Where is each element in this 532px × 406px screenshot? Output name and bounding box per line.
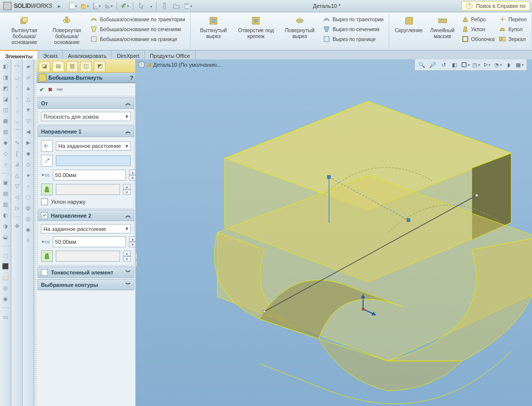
rebuild-icon[interactable] <box>161 2 168 10</box>
vt2-icon[interactable]: ◟ <box>13 117 21 125</box>
vt-icon[interactable]: ⬜ <box>1 273 9 281</box>
vt3-icon[interactable]: ▶ <box>24 138 32 146</box>
vt3-icon[interactable]: ▽ <box>24 117 32 125</box>
flyout-tree[interactable]: + ◪ Деталь10 (По умолчанию... <box>139 61 222 68</box>
thin-checkbox[interactable] <box>41 269 48 276</box>
btn-rib[interactable]: Ребро <box>460 15 496 24</box>
3d-viewport[interactable]: ◂ + ◪ Деталь10 (По умолчанию... 🔍 🔎 ↺ ◧ … <box>136 59 532 406</box>
vt-icon[interactable]: ◆ <box>1 138 9 146</box>
vt-icon[interactable]: ◉ <box>1 295 9 303</box>
pm-section-from-hdr[interactable]: От︽ <box>38 97 134 109</box>
vt3-icon[interactable]: ◎ <box>24 215 32 223</box>
vt-icon[interactable]: ⬛ <box>1 262 9 270</box>
pm-tab-config-icon[interactable]: ▥ <box>66 61 78 71</box>
pm-dir2-endcond[interactable]: На заданное расстояние▾ <box>41 224 131 233</box>
btn-boundary-boss[interactable]: Бобышка/основание на границе <box>89 35 186 44</box>
vt3-icon[interactable]: ◍ <box>24 204 32 212</box>
btn-dome[interactable]: Купол <box>497 25 528 34</box>
pm-dir1-endcond[interactable]: На заданное расстояние▾ <box>56 141 131 151</box>
btn-loft-boss[interactable]: Бобышка/основание по сечениям <box>89 25 186 34</box>
display-style-icon[interactable]: ◳ <box>472 61 480 69</box>
btn-cut-loft[interactable]: Вырез по сечениям <box>322 25 384 34</box>
pm-dir1-draft-spin[interactable]: ▴▾ <box>123 184 131 195</box>
draft-on-icon[interactable] <box>41 183 53 195</box>
vt3-icon[interactable]: ○ <box>24 182 32 190</box>
vt-icon[interactable]: ▧ <box>1 128 9 135</box>
view-orient-icon[interactable]: 🞏 <box>461 61 469 69</box>
vt3-icon[interactable]: ◉ <box>24 226 32 233</box>
select-caret[interactable] <box>149 3 152 9</box>
vt3-icon[interactable]: ▼ <box>24 106 32 114</box>
options-folder-icon[interactable] <box>172 2 180 10</box>
open-file-icon[interactable] <box>81 2 89 10</box>
scene-icon[interactable]: ◗ <box>505 61 513 69</box>
preview-icon[interactable]: 👓 <box>56 87 63 93</box>
vt2-icon[interactable]: ◁ <box>13 193 21 201</box>
vt2-icon[interactable]: ∫ <box>13 149 21 157</box>
print-icon[interactable] <box>105 2 113 10</box>
vt-icon[interactable]: ◒ <box>1 233 9 241</box>
zoom-fit-icon[interactable]: 🔍 <box>418 61 426 69</box>
vt-icon[interactable]: ◩ <box>1 84 9 92</box>
btn-shell[interactable]: Оболочка <box>460 35 496 44</box>
hide-show-icon[interactable]: ᐅ <box>483 61 491 69</box>
vt2-icon[interactable]: △ <box>13 171 21 179</box>
prev-view-icon[interactable]: ↺ <box>440 61 448 69</box>
menu-dropdown-icon[interactable]: ▸ <box>55 0 63 11</box>
btn-cut-sweep[interactable]: Вырез по траектории <box>322 15 384 24</box>
vt-icon[interactable]: ▥ <box>1 200 9 208</box>
pm-help-icon[interactable]: ? <box>130 75 133 81</box>
vt3-icon[interactable]: ◌ <box>24 193 32 201</box>
vt-icon[interactable]: ◨ <box>1 73 9 81</box>
reverse-dir1-icon[interactable] <box>41 140 53 152</box>
vt2-icon[interactable]: ◞ <box>13 106 21 114</box>
pm-tab-4-icon[interactable]: ◫ <box>80 61 92 71</box>
vt2-icon[interactable]: ▽ <box>13 182 21 190</box>
vt3-icon[interactable]: ● <box>24 171 32 179</box>
pm-draft-outward[interactable]: Уклон наружу <box>41 198 131 205</box>
vt3-icon[interactable]: ▲ <box>24 84 32 92</box>
pm-dir1-draft[interactable] <box>56 184 120 195</box>
pm-dir2-hdr[interactable]: ✔ Направление 2︽ <box>38 210 134 221</box>
undo-icon[interactable] <box>121 2 129 10</box>
options-icon[interactable] <box>184 2 192 10</box>
vt2-icon[interactable]: ◝ <box>13 95 21 103</box>
pm-tab-props-icon[interactable]: ▤ <box>52 61 64 71</box>
vt-icon[interactable]: ⬚ <box>1 251 9 259</box>
save-icon[interactable] <box>93 2 101 10</box>
vt3-icon[interactable]: ▱ <box>24 73 32 81</box>
btn-linear-pattern[interactable]: Линейный массив <box>426 14 459 40</box>
ok-icon[interactable]: ✔ <box>40 87 44 93</box>
vt-icon[interactable]: ◑ <box>1 222 9 230</box>
vt-icon[interactable]: ◎ <box>1 284 9 292</box>
select-icon[interactable] <box>137 2 145 10</box>
pm-dir2-distance[interactable] <box>53 236 126 247</box>
vt2-icon[interactable]: ✥ <box>13 222 21 230</box>
vt3-icon[interactable]: △ <box>24 95 32 103</box>
vt-icon[interactable]: ◫ <box>1 106 9 114</box>
vt3-icon[interactable]: ▰ <box>24 62 32 70</box>
dir2-enabled-checkbox[interactable]: ✔ <box>41 212 48 219</box>
pm-tab-5-icon[interactable]: ◩ <box>94 61 106 71</box>
pm-thin-hdr[interactable]: Тонкостенный элемент︾ <box>38 267 134 278</box>
section-view-icon[interactable]: ◧ <box>450 61 458 69</box>
vt2-icon[interactable]: ∿ <box>13 138 21 146</box>
pm-dir1-distance[interactable] <box>53 170 126 180</box>
zoom-area-icon[interactable]: 🔎 <box>429 61 437 69</box>
new-file-icon[interactable] <box>69 2 77 10</box>
btn-extrude-cut[interactable]: Вытянутый вырез <box>194 14 234 40</box>
vt-icon[interactable]: ◪ <box>1 95 9 103</box>
appearance-icon[interactable]: ◔ <box>494 61 502 69</box>
vt2-icon[interactable]: ◡ <box>13 73 21 81</box>
vt-icon[interactable]: ▦ <box>1 117 9 125</box>
vt-icon[interactable]: ◇ <box>1 149 9 157</box>
view-settings-icon[interactable]: ▦ <box>516 61 524 69</box>
cancel-icon[interactable]: ✖ <box>48 87 52 93</box>
draft-on-icon-2[interactable] <box>41 250 53 262</box>
btn-extrude-boss[interactable]: Вытянутая бобышка/основание <box>3 14 45 46</box>
vt3-icon[interactable]: ◇ <box>24 160 32 168</box>
btn-cut-boundary[interactable]: Вырез по границе <box>322 35 384 44</box>
vt-icon[interactable]: ◐ <box>1 211 9 219</box>
pane-collapse-grip[interactable]: ◂ <box>136 252 137 267</box>
pm-contours-hdr[interactable]: Выбранные контуры︾ <box>38 279 134 290</box>
